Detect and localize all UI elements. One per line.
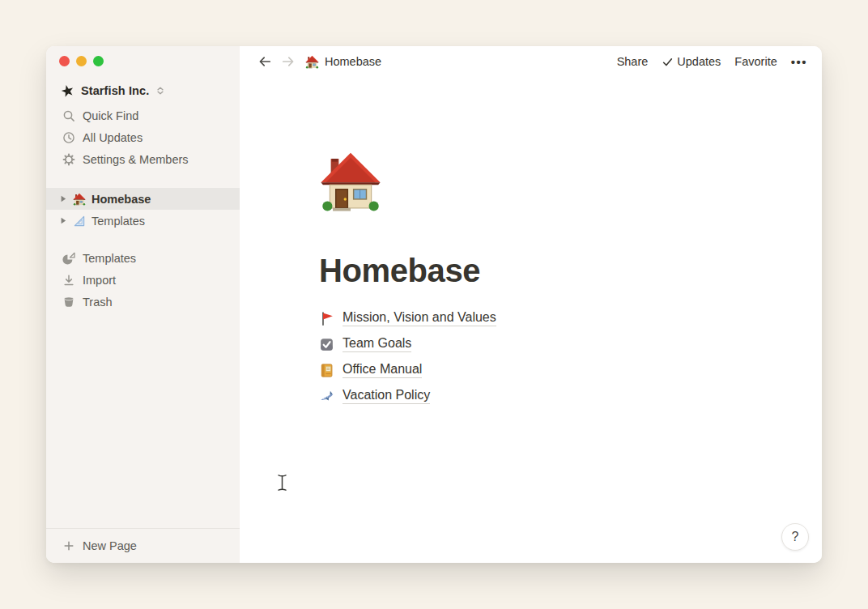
page-content: Homebase Mission, Vision and Values Team… [240, 77, 822, 409]
sidebar-item-label: Trash [83, 296, 113, 309]
page-link[interactable]: Vacation Policy [343, 388, 430, 404]
sidebar-nav: Quick Find All Updates Settings & Member… [46, 104, 240, 170]
back-arrow-icon[interactable] [257, 54, 272, 69]
gear-icon [62, 153, 75, 166]
favorite-label: Favorite [734, 55, 777, 68]
house-emoji-icon [73, 193, 86, 206]
zoom-window-button[interactable] [93, 56, 104, 66]
sidebar: Starfish Inc. Quick Find All Updates Set… [46, 46, 240, 563]
help-button[interactable]: ? [781, 523, 809, 551]
sidebar-page-label: Homebase [91, 193, 151, 206]
sidebar-item-label: Settings & Members [83, 153, 189, 166]
page-title[interactable]: Homebase [319, 252, 822, 289]
sidebar-item-all-updates[interactable]: All Updates [46, 126, 240, 148]
more-options-button[interactable]: ••• [791, 55, 807, 69]
download-icon [62, 274, 75, 287]
triangle-ruler-emoji-icon [73, 215, 86, 228]
sidebar-item-label: Quick Find [83, 109, 138, 122]
ledger-emoji-icon [319, 363, 334, 378]
expand-caret-icon[interactable] [59, 216, 67, 225]
page-link-row: Team Goals [319, 331, 822, 357]
sidebar-item-label: Templates [83, 252, 136, 265]
topbar: Homebase Share Updates Favorite ••• [240, 46, 822, 77]
page-link-row: Mission, Vision and Values [319, 305, 822, 331]
sidebar-item-trash[interactable]: Trash [46, 291, 240, 313]
clock-icon [62, 131, 75, 144]
forward-arrow-icon[interactable] [281, 54, 296, 69]
new-page-label: New Page [83, 539, 137, 552]
sidebar-item-templates[interactable]: Templates [46, 247, 240, 269]
sidebar-page-templates[interactable]: Templates [46, 210, 240, 232]
favorite-button[interactable]: Favorite [734, 55, 777, 68]
trash-icon [62, 296, 75, 309]
help-label: ? [792, 530, 799, 544]
flag-emoji-icon [319, 311, 334, 326]
checkbox-emoji-icon [319, 337, 334, 352]
search-icon [62, 109, 75, 122]
main-area: Homebase Share Updates Favorite ••• Home… [240, 46, 822, 563]
breadcrumb-title: Homebase [325, 55, 381, 68]
sidebar-spacer [46, 313, 240, 528]
updates-button[interactable]: Updates [662, 55, 721, 68]
page-house-emoji-icon[interactable] [319, 150, 382, 213]
close-window-button[interactable] [59, 56, 70, 66]
sidebar-item-label: Import [83, 274, 116, 287]
app-window: Starfish Inc. Quick Find All Updates Set… [46, 46, 822, 563]
sidebar-item-label: All Updates [83, 131, 143, 144]
page-link-row: Office Manual [319, 357, 822, 383]
topbar-actions: Share Updates Favorite ••• [617, 55, 807, 69]
updates-label: Updates [677, 55, 721, 68]
share-label: Share [617, 55, 649, 68]
house-emoji-icon [305, 55, 319, 69]
page-links: Mission, Vision and Values Team Goals Of… [319, 305, 822, 409]
breadcrumb[interactable]: Homebase [305, 55, 381, 69]
sidebar-tools: Templates Import Trash [46, 247, 240, 313]
starfish-icon [61, 84, 74, 98]
plus-icon [62, 539, 75, 552]
workspace-name: Starfish Inc. [81, 84, 149, 97]
history-nav [257, 54, 296, 69]
page-link[interactable]: Team Goals [343, 336, 411, 352]
shapes-icon [62, 252, 75, 265]
text-cursor-ibeam [277, 474, 287, 492]
window-controls [46, 46, 240, 66]
sidebar-pages: Homebase Templates [46, 188, 240, 232]
workspace-switcher[interactable]: Starfish Inc. [46, 80, 240, 101]
airplane-emoji-icon [319, 389, 334, 404]
new-page-button[interactable]: New Page [46, 528, 240, 563]
sidebar-item-settings-members[interactable]: Settings & Members [46, 148, 240, 170]
sidebar-page-homebase[interactable]: Homebase [46, 188, 240, 210]
sidebar-item-import[interactable]: Import [46, 269, 240, 291]
sidebar-item-quick-find[interactable]: Quick Find [46, 104, 240, 126]
sidebar-page-label: Templates [91, 215, 145, 228]
page-link[interactable]: Mission, Vision and Values [343, 310, 496, 326]
check-icon [662, 56, 674, 68]
share-button[interactable]: Share [617, 55, 649, 68]
expand-caret-icon[interactable] [59, 194, 67, 203]
updown-chevron-icon [155, 86, 165, 96]
page-link-row: Vacation Policy [319, 383, 822, 409]
minimize-window-button[interactable] [76, 56, 87, 66]
page-link[interactable]: Office Manual [343, 362, 422, 378]
